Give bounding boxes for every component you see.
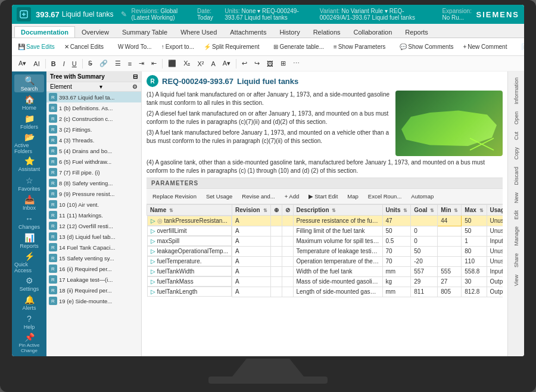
col-name[interactable]: Name ⇅ — [147, 205, 232, 216]
split-requirement-button[interactable]: ⚡ Split Requirement — [200, 42, 263, 52]
image-button[interactable]: 🖼 — [264, 59, 276, 69]
superscript-button[interactable]: X² — [194, 59, 207, 69]
table-row[interactable]: ▷ maxSpill A Maximum volume for spill te… — [147, 236, 503, 246]
right-panel-cut[interactable]: Cut — [512, 128, 521, 144]
tree-item-14[interactable]: R 14 Fuel Tank Capaci... — [46, 242, 141, 253]
cancel-edits-button[interactable]: ✕ Cancel Edits — [61, 42, 107, 52]
redo-button[interactable]: ↪ — [251, 58, 263, 69]
sidebar-item-inbox[interactable]: 📥 Inbox — [14, 194, 44, 211]
cell-min[interactable]: 44 — [438, 216, 462, 226]
tree-item-1b[interactable]: R 1 (b) Definitions. As... — [46, 102, 141, 113]
excel-roun-button[interactable]: Excel Roun... — [364, 192, 406, 201]
font-color-button[interactable]: A — [208, 59, 218, 69]
col-usage[interactable]: Usage ⇅ — [487, 205, 503, 216]
table-insert-button[interactable]: ⊞ — [278, 58, 289, 69]
add-param-button[interactable]: + Add — [281, 192, 303, 201]
sidebar-item-quick-access[interactable]: ⚡ Quick Access — [14, 251, 44, 273]
generate-table-button[interactable]: ⊞ Generate table... — [270, 42, 328, 52]
col-description[interactable]: Description ⇅ — [293, 205, 382, 216]
col-units[interactable]: Units ⇅ — [382, 205, 411, 216]
table-row[interactable]: ▷ ◎ tankPressureResistan... A Pressure r… — [147, 216, 503, 226]
save-edits-button[interactable]: 💾 Save Edits — [14, 42, 58, 52]
underline-button[interactable]: U — [69, 59, 80, 69]
row-expand-icon[interactable]: ▷ — [151, 258, 155, 265]
right-panel-view[interactable]: View — [512, 271, 521, 290]
tree-item-9[interactable]: R 9 (9) Pressure resist... — [46, 188, 141, 199]
sidebar-item-assistant[interactable]: ⭐ Assistant — [14, 155, 44, 173]
tree-item-13d[interactable]: R 13 (d) Liquid fuel tab... — [46, 231, 141, 242]
right-panel-copy[interactable]: Copy — [512, 144, 521, 163]
col-goal[interactable]: Goal ⇅ — [411, 205, 438, 216]
tree-item-6[interactable]: R 6 (5) Fuel withdraw... — [46, 156, 141, 167]
sidebar-item-folders[interactable]: 📁 Folders — [14, 113, 44, 131]
export-pdf-button[interactable]: 📄 Export to PDF — [518, 42, 524, 52]
right-panel-discard[interactable]: Discard — [512, 163, 521, 189]
tree-item-17[interactable]: R 17 Leakage test—(i... — [46, 274, 141, 285]
export-button[interactable]: ↑ Export to... — [158, 42, 198, 52]
tab-summary-table[interactable]: Summary Table — [116, 26, 174, 38]
tree-item-5[interactable]: R 5 (4) Drains and bo... — [46, 145, 141, 156]
table-row[interactable]: ▷ leakageOperationalTemp... A Temperatur… — [147, 246, 503, 256]
tree-item-19e[interactable]: R 19 (e) Side-mounte... — [46, 295, 141, 306]
row-expand-icon[interactable]: ▷ — [151, 217, 155, 224]
col-max[interactable]: Max ⇅ — [462, 205, 487, 216]
outdent-button[interactable]: ⇤ — [148, 58, 160, 69]
italic-button[interactable]: I — [60, 59, 68, 69]
ai-button[interactable]: AI — [30, 59, 42, 69]
sidebar-item-active-folders[interactable]: 📂 Active Folders — [14, 132, 44, 154]
tree-item-8[interactable]: R 8 (8) Safety venting... — [46, 178, 141, 188]
tree-collapse-icon[interactable]: ⊟ — [133, 73, 138, 80]
sidebar-item-reports[interactable]: 📊 Reports — [14, 232, 44, 250]
new-comment-button[interactable]: + New Comment — [459, 42, 510, 52]
tree-item-18[interactable]: R 18 (ii) Required per... — [46, 285, 141, 295]
row-expand-icon[interactable]: ▷ — [151, 238, 155, 244]
col-revision[interactable]: Revision ⇅ — [232, 205, 270, 216]
right-panel-open[interactable]: Open — [512, 108, 521, 128]
col-min[interactable]: Min ⇅ — [438, 205, 462, 216]
replace-revision-button[interactable]: Replace Revision — [149, 192, 200, 201]
indent-button[interactable]: ⇥ — [136, 58, 147, 69]
table-row[interactable]: ▷ overfillLimit A Filling limit of the f… — [147, 226, 503, 236]
tree-item-15[interactable]: R 15 Safety venting sy... — [46, 253, 141, 263]
strikethrough-button[interactable]: S̶ — [85, 58, 95, 69]
sidebar-item-changes[interactable]: ↔ Changes — [14, 213, 44, 231]
element-dropdown-icon[interactable]: ▾ — [99, 83, 102, 90]
tree-item-10[interactable]: R 10 (10) Air vent. — [46, 199, 141, 210]
word-button[interactable]: W Word To... — [114, 42, 155, 52]
right-panel-information[interactable]: Information — [512, 74, 521, 108]
font-selector[interactable]: A▾ — [15, 58, 29, 69]
bullet-list-button[interactable]: ☰ — [112, 58, 124, 69]
tree-item-2c[interactable]: R 2 (c) Construction c... — [46, 113, 141, 124]
title-edit-icon[interactable]: ✎ — [121, 10, 127, 18]
row-expand-icon[interactable]: ▷ — [151, 268, 155, 275]
revise-and-button[interactable]: Revise and... — [238, 192, 278, 201]
tree-item-11[interactable]: R 11 (11) Markings. — [46, 210, 141, 220]
table-row[interactable]: ▷ fuelTankWidth A Width of the fuel tank… — [147, 266, 503, 276]
subscript-button[interactable]: X₂ — [180, 58, 193, 69]
table-row[interactable]: ▷ fuelTankLength A Length of side-mounte… — [147, 287, 503, 297]
right-panel-manage[interactable]: Manage — [512, 223, 521, 250]
sidebar-item-search[interactable]: 🔍 Search — [14, 74, 44, 92]
set-usage-button[interactable]: Set Usage — [202, 192, 236, 201]
show-comments-button[interactable]: 💬 Show Comments — [396, 42, 457, 52]
sidebar-item-settings[interactable]: ⚙ Settings — [14, 275, 44, 293]
show-parameters-button[interactable]: ≡ Show Parameters — [330, 42, 389, 52]
sidebar-item-help[interactable]: ? Help — [14, 313, 44, 331]
bold-button[interactable]: B — [48, 59, 59, 69]
align-left-button[interactable]: ⬛ — [165, 58, 179, 69]
tab-collaboration[interactable]: Collaboration — [347, 26, 399, 38]
right-panel-share[interactable]: Share — [512, 250, 521, 271]
sidebar-item-pin[interactable]: 📌 Pin Active Change — [14, 332, 44, 353]
tab-overview[interactable]: Overview — [75, 26, 116, 38]
tab-documentation[interactable]: Documentation — [14, 26, 75, 38]
tree-item-3[interactable]: R 3 (2) Fittings. — [46, 124, 141, 135]
tab-reports[interactable]: Reports — [398, 26, 435, 38]
sidebar-item-home[interactable]: 🏠 Home — [14, 94, 44, 111]
row-expand-icon[interactable]: ▷ — [151, 278, 155, 285]
right-panel-edit[interactable]: Edit — [512, 207, 521, 223]
row-expand-icon[interactable]: ▷ — [151, 228, 155, 234]
element-settings-icon[interactable]: ⚙ — [132, 83, 138, 90]
tree-item-16[interactable]: R 16 (ii) Required per... — [46, 263, 141, 274]
tab-history[interactable]: History — [273, 26, 306, 38]
tab-attachments[interactable]: Attachments — [223, 26, 273, 38]
